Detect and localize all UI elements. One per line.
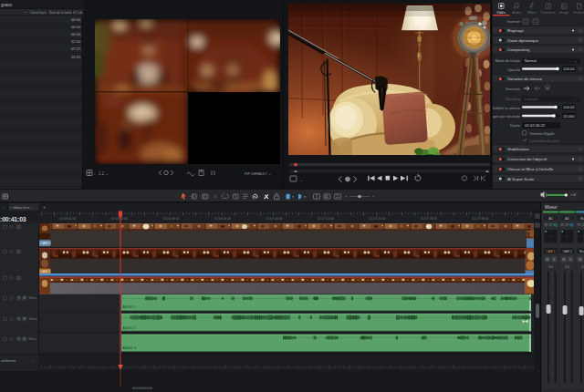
svg-text:Mixeur: Mixeur xyxy=(545,205,558,210)
svg-text:100.00: 100.00 xyxy=(563,105,575,109)
svg-text:Timeline Ripple: Timeline Ripple xyxy=(529,131,555,136)
svg-text:Bus 1: Bus 1 xyxy=(579,250,584,253)
svg-text:M: M xyxy=(546,258,548,262)
svg-text:01:06:32:00: 01:06:32:00 xyxy=(60,217,77,221)
svg-text:M: M xyxy=(579,258,581,262)
svg-text:uniforme: uniforme xyxy=(1,358,16,363)
svg-text:25.000: 25.000 xyxy=(563,114,575,119)
svg-text:Opacité: Opacité xyxy=(507,67,521,72)
svg-text:01:07:28:00: 01:07:28:00 xyxy=(421,217,437,221)
svg-text:Fichier: Fichier xyxy=(574,11,584,15)
svg-text:Bus: Bus xyxy=(580,217,584,221)
svg-text:Rognage: Rognage xyxy=(507,28,524,33)
svg-text::00:41:03: :00:41:03 xyxy=(0,216,26,222)
svg-text:AI Super Scale: AI Super Scale xyxy=(507,177,535,181)
svg-text:Mono: Mono xyxy=(29,296,36,300)
svg-text:Correction de l'objectif: Correction de l'objectif xyxy=(507,157,548,161)
svg-text:A2: A2 xyxy=(565,217,569,221)
svg-text:EQ: EQ xyxy=(570,223,574,227)
svg-text:Vitesse et Mise à l'échelle: Vitesse et Mise à l'échelle xyxy=(507,167,554,171)
svg-text:Audio: Audio xyxy=(512,11,521,15)
svg-text:⋯: ⋯ xyxy=(579,205,583,210)
svg-text:Stabilisation: Stabilisation xyxy=(507,147,529,151)
svg-text:FX: FX xyxy=(545,223,548,227)
svg-text:AUDIO 3: AUDIO 3 xyxy=(123,346,136,350)
svg-text:AUDIO 2: AUDIO 2 xyxy=(123,326,136,330)
svg-text:1.2 ⌄: 1.2 ⌄ xyxy=(99,171,109,176)
svg-text:DY: DY xyxy=(549,223,553,227)
svg-text:01:06:48:00: 01:06:48:00 xyxy=(163,217,180,221)
svg-text:⌄: ⌄ xyxy=(299,178,303,182)
svg-text:Zoom dynamique: Zoom dynamique xyxy=(507,38,538,43)
svg-text:01:07:36:00: 01:07:36:00 xyxy=(473,217,489,221)
svg-text:Vidéo: Vidéo xyxy=(496,11,506,15)
svg-text:Image: Image xyxy=(559,11,569,15)
svg-text:⋯: ⋯ xyxy=(31,358,35,363)
svg-text:Direction: Direction xyxy=(506,87,520,91)
svg-text:Images par seconde: Images par seconde xyxy=(493,114,521,119)
svg-text:Compositing: Compositing xyxy=(507,47,530,52)
svg-text:M: M xyxy=(562,258,565,262)
svg-text:02:42:26:22: 02:42:26:22 xyxy=(525,123,546,128)
svg-text:DY: DY xyxy=(566,223,569,227)
svg-text:FX: FX xyxy=(578,223,581,227)
svg-text:RampDg: RampDg xyxy=(506,97,520,101)
svg-text:Mono: Mono xyxy=(29,337,36,341)
svg-text:PiP DEFAULT ⌄: PiP DEFAULT ⌄ xyxy=(245,171,271,176)
svg-text:⌄: ⌄ xyxy=(93,171,96,176)
svg-text:01:06:40:00: 01:06:40:00 xyxy=(111,217,128,221)
svg-text:100.00: 100.00 xyxy=(563,67,575,71)
svg-text:M: M xyxy=(23,317,26,321)
svg-text:01:07:12:00: 01:07:12:00 xyxy=(318,217,334,221)
svg-text:AUDIO 1: AUDIO 1 xyxy=(123,305,136,309)
svg-text:A1: A1 xyxy=(548,217,553,221)
svg-text:0 dB: 0 dB xyxy=(570,193,576,197)
svg-text:M: M xyxy=(23,337,26,341)
svg-text:EQ: EQ xyxy=(554,223,558,227)
svg-text:⌄: ⌄ xyxy=(574,58,577,63)
svg-text:M: M xyxy=(23,296,26,300)
svg-text:01:07:04:00: 01:07:04:00 xyxy=(266,217,283,221)
svg-text:Variation de vitesse: Variation de vitesse xyxy=(507,77,543,81)
svg-text:S: S xyxy=(18,337,20,341)
svg-text:0.0: 0.0 xyxy=(548,265,553,269)
svg-text:FX: FX xyxy=(561,223,565,227)
svg-text:CAM 3: CAM 3 xyxy=(40,242,50,245)
svg-text:Correction du pitch: Correction du pitch xyxy=(529,139,560,143)
svg-text:Normal: Normal xyxy=(525,58,537,63)
svg-text:Linéaire: Linéaire xyxy=(525,97,538,101)
svg-text:Modifier la vitesse: Modifier la vitesse xyxy=(493,106,521,110)
svg-text:CAM 1: CAM 1 xyxy=(546,250,555,253)
svg-text:0.0: 0.0 xyxy=(565,265,569,269)
svg-text:Effets: Effets xyxy=(527,11,537,15)
svg-text:01:06:56:00: 01:06:56:00 xyxy=(214,217,231,221)
svg-text:Inverser: Inverser xyxy=(507,19,521,24)
svg-text:⌄: ⌄ xyxy=(574,97,577,101)
svg-text:CAM 2: CAM 2 xyxy=(562,250,571,253)
svg-text:Mode de fusion: Mode de fusion xyxy=(495,58,520,63)
svg-text:S: S xyxy=(18,296,20,300)
svg-text:Durée: Durée xyxy=(510,123,521,128)
svg-text:01:07:20:00: 01:07:20:00 xyxy=(370,217,386,221)
svg-text:Transition: Transition xyxy=(540,11,556,15)
svg-text:CAM 2: CAM 2 xyxy=(40,270,50,273)
svg-text:S: S xyxy=(18,317,20,321)
svg-text:Stéréo: Stéréo xyxy=(29,317,38,321)
